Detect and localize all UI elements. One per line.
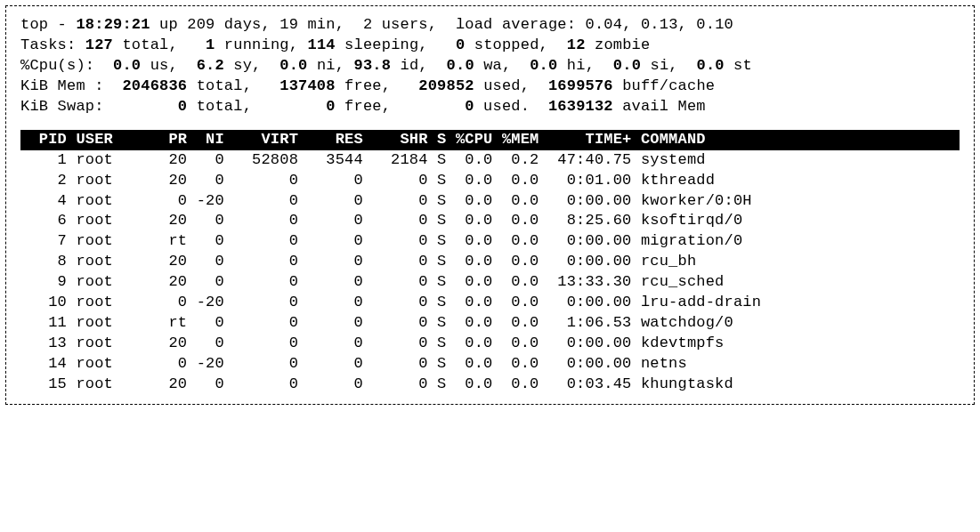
cpu-st: 0.0 [697,57,725,74]
swap-free: 0 [326,98,335,115]
table-row[interactable]: 9 root 20 0 0 0 0 S 0.0 0.0 13:33.30 rcu… [20,272,960,293]
cpu-id: 93.8 [354,57,392,74]
swap-total: 0 [178,98,187,115]
uptime-load-text: up 209 days, 19 min, 2 users, load avera… [150,16,733,33]
summary-line-swap: KiB Swap: 0 total, 0 free, 0 used. 16391… [20,97,960,117]
tasks-label: Tasks: [20,36,85,53]
table-row[interactable]: 1 root 20 0 52808 3544 2184 S 0.0 0.2 47… [20,150,960,171]
summary-line-tasks: Tasks: 127 total, 1 running, 114 sleepin… [20,36,960,56]
tasks-total: 127 [85,36,113,53]
table-row[interactable]: 8 root 20 0 0 0 0 S 0.0 0.0 0:00.00 rcu_… [20,252,960,272]
process-rows: 1 root 20 0 52808 3544 2184 S 0.0 0.2 47… [20,150,960,395]
swap-label: KiB Swap: [20,98,178,115]
cpu-si: 0.0 [613,57,641,74]
cpu-hi: 0.0 [530,57,557,74]
cpu-sy: 6.2 [197,57,224,74]
mem-buff: 1699576 [548,77,613,94]
table-row[interactable]: 2 root 20 0 0 0 0 S 0.0 0.0 0:01.00 kthr… [20,171,960,191]
cpu-wa: 0.0 [447,57,474,74]
table-row[interactable]: 11 root rt 0 0 0 0 S 0.0 0.0 1:06.53 wat… [20,313,960,334]
tasks-sleeping: 114 [308,36,336,53]
process-table: PID USER PR NI VIRT RES SHR S %CPU %MEM … [20,130,960,395]
table-row[interactable]: 13 root 20 0 0 0 0 S 0.0 0.0 0:00.00 kde… [20,334,960,354]
top-output-panel: top - 18:29:21 up 209 days, 19 min, 2 us… [5,5,975,405]
mem-free: 137408 [279,77,335,94]
swap-used: 0 [465,98,474,115]
mem-used: 209852 [418,77,474,94]
cpu-label: %Cpu(s): [20,57,113,74]
table-row[interactable]: 4 root 0 -20 0 0 0 S 0.0 0.0 0:00.00 kwo… [20,191,960,212]
tasks-zombie: 12 [567,36,586,53]
summary-line-mem: KiB Mem : 2046836 total, 137408 free, 20… [20,77,960,97]
summary-line-uptime: top - 18:29:21 up 209 days, 19 min, 2 us… [20,15,960,36]
table-row[interactable]: 6 root 20 0 0 0 0 S 0.0 0.0 8:25.60 ksof… [20,211,960,231]
column-headers[interactable]: PID USER PR NI VIRT RES SHR S %CPU %MEM … [20,130,960,150]
cpu-us: 0.0 [113,57,141,74]
tasks-running: 1 [206,36,215,53]
table-row[interactable]: 7 root rt 0 0 0 0 S 0.0 0.0 0:00.00 migr… [20,231,960,252]
cpu-ni: 0.0 [279,57,307,74]
tasks-stopped: 0 [456,36,465,53]
table-row[interactable]: 10 root 0 -20 0 0 0 S 0.0 0.0 0:00.00 lr… [20,293,960,313]
swap-avail: 1639132 [548,98,613,115]
summary-line-cpu: %Cpu(s): 0.0 us, 6.2 sy, 0.0 ni, 93.8 id… [20,56,960,77]
table-row[interactable]: 14 root 0 -20 0 0 0 S 0.0 0.0 0:00.00 ne… [20,354,960,375]
mem-total: 2046836 [122,77,187,94]
mem-label: KiB Mem : [20,77,122,94]
time-value: 18:29:21 [76,16,150,33]
top-label: top - [20,16,76,33]
table-row[interactable]: 15 root 20 0 0 0 0 S 0.0 0.0 0:03.45 khu… [20,375,960,395]
